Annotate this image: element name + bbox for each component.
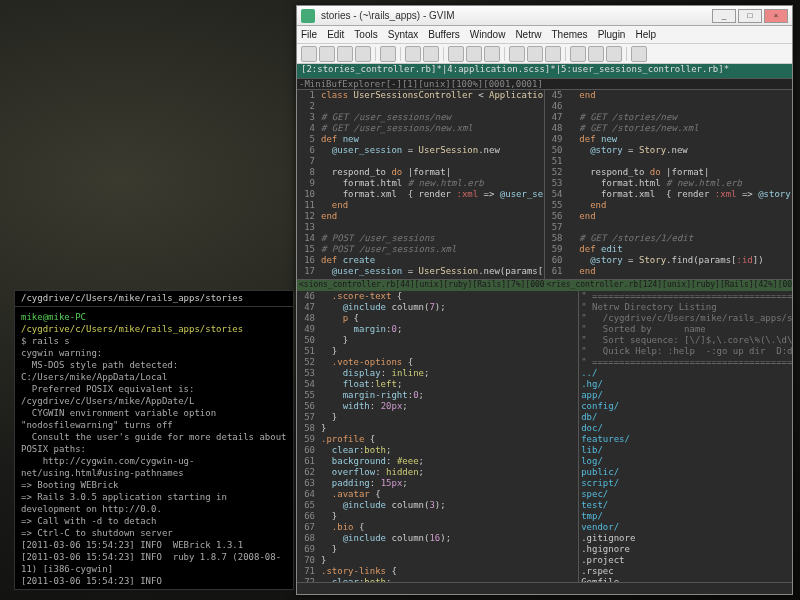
tab-bar[interactable]: [2:stories_controller.rb]*|4:application… (297, 64, 792, 78)
netrw-entry[interactable]: tmp/ (581, 511, 790, 522)
maximize-button[interactable]: □ (738, 9, 762, 23)
netrw-entry[interactable]: log/ (581, 456, 790, 467)
redo-icon[interactable] (423, 46, 439, 62)
new-file-icon[interactable] (301, 46, 317, 62)
window-titlebar[interactable]: stories - (~\rails_apps) - GVIM _ □ × (297, 6, 792, 26)
toolbar-separator (565, 47, 566, 61)
window-title: stories - (~\rails_apps) - GVIM (321, 10, 712, 21)
find-icon[interactable] (509, 46, 525, 62)
netrw-entry[interactable]: .hgignore (581, 544, 790, 555)
netrw-entry[interactable]: db/ (581, 412, 790, 423)
command-line[interactable] (297, 582, 792, 594)
netrw-listing[interactable]: " ======================================… (579, 291, 792, 582)
toolbar[interactable] (297, 44, 792, 64)
gvim-window[interactable]: stories - (~\rails_apps) - GVIM _ □ × Fi… (296, 5, 793, 595)
status-line: <ries_controller.rb[124][unix][ruby][Rai… (545, 280, 793, 291)
netrw-entry[interactable]: .gitignore (581, 533, 790, 544)
pane-user-sessions-controller[interactable]: 1234567891011121314151617 class UserSess… (297, 90, 545, 280)
menu-netrw[interactable]: Netrw (515, 29, 541, 40)
menu-window[interactable]: Window (470, 29, 506, 40)
netrw-entry[interactable]: script/ (581, 478, 790, 489)
netrw-entry[interactable]: .project (581, 555, 790, 566)
netrw-entry[interactable]: public/ (581, 467, 790, 478)
open-file-icon[interactable] (319, 46, 335, 62)
toolbar-separator (626, 47, 627, 61)
status-line: <sions_controller.rb[44][unix][ruby][Rai… (297, 280, 545, 291)
netrw-entry[interactable]: vendor/ (581, 522, 790, 533)
help-icon[interactable] (631, 46, 647, 62)
shell-icon[interactable] (588, 46, 604, 62)
save-all-icon[interactable] (355, 46, 371, 62)
print-icon[interactable] (380, 46, 396, 62)
code-area[interactable]: class UserSessionsController < Applicati… (319, 90, 544, 279)
paste-icon[interactable] (484, 46, 500, 62)
netrw-entry[interactable]: features/ (581, 434, 790, 445)
netrw-entry[interactable]: test/ (581, 500, 790, 511)
app-icon (301, 9, 315, 23)
editor-area: 1234567891011121314151617 class UserSess… (297, 90, 792, 582)
line-number-gutter: 1234567891011121314151617 (297, 90, 319, 279)
find-prev-icon[interactable] (545, 46, 561, 62)
line-number-gutter: 4647484950515253545556575859606162636465… (297, 291, 319, 582)
minimize-button[interactable]: _ (712, 9, 736, 23)
menu-syntax[interactable]: Syntax (388, 29, 419, 40)
code-area[interactable]: end # GET /stories/new # GET /stories/ne… (567, 90, 793, 279)
toolbar-separator (443, 47, 444, 61)
menu-edit[interactable]: Edit (327, 29, 344, 40)
toolbar-separator (504, 47, 505, 61)
find-next-icon[interactable] (527, 46, 543, 62)
netrw-entry[interactable]: .rspec (581, 566, 790, 577)
toolbar-separator (400, 47, 401, 61)
make-icon[interactable] (570, 46, 586, 62)
pane-application-scss[interactable]: 4647484950515253545556575859606162636465… (297, 291, 579, 582)
netrw-entry[interactable]: config/ (581, 401, 790, 412)
toolbar-separator (375, 47, 376, 61)
menu-file[interactable]: File (301, 29, 317, 40)
minibuf-explorer[interactable]: -MiniBufExplorer[-][1][unix][100%][0001,… (297, 78, 792, 90)
undo-icon[interactable] (405, 46, 421, 62)
menu-bar[interactable]: FileEditToolsSyntaxBuffersWindowNetrwThe… (297, 26, 792, 44)
pane-netrw[interactable]: " ======================================… (579, 291, 792, 582)
terminal-window[interactable]: /cygdrive/c/Users/mike/rails_apps/storie… (14, 290, 294, 590)
copy-icon[interactable] (466, 46, 482, 62)
line-number-gutter: 4546474849505152535455565758596061 (545, 90, 567, 279)
terminal-titlebar[interactable]: /cygdrive/c/Users/mike/rails_apps/storie… (15, 291, 293, 307)
pane-stories-controller[interactable]: 4546474849505152535455565758596061 end #… (545, 90, 793, 280)
netrw-entry[interactable]: .hg/ (581, 379, 790, 390)
netrw-entry[interactable]: spec/ (581, 489, 790, 500)
terminal-body[interactable]: mike@mike-PC /cygdrive/c/Users/mike/rail… (15, 307, 293, 589)
menu-themes[interactable]: Themes (552, 29, 588, 40)
save-icon[interactable] (337, 46, 353, 62)
menu-buffers[interactable]: Buffers (428, 29, 460, 40)
netrw-entry[interactable]: lib/ (581, 445, 790, 456)
cut-icon[interactable] (448, 46, 464, 62)
netrw-entry[interactable]: doc/ (581, 423, 790, 434)
menu-tools[interactable]: Tools (354, 29, 377, 40)
tags-icon[interactable] (606, 46, 622, 62)
menu-help[interactable]: Help (635, 29, 656, 40)
code-area[interactable]: .score-text { @include column(7); p { ma… (319, 291, 578, 582)
netrw-entry[interactable]: ../ (581, 368, 790, 379)
netrw-entry[interactable]: app/ (581, 390, 790, 401)
close-button[interactable]: × (764, 9, 788, 23)
menu-plugin[interactable]: Plugin (598, 29, 626, 40)
